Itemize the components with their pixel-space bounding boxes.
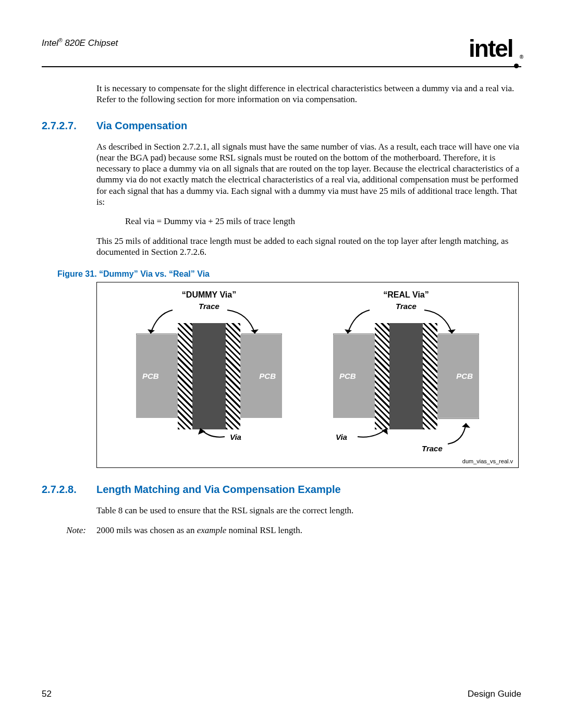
pcb-label: PCB — [142, 372, 159, 380]
real-trace-label: Trace — [315, 302, 497, 311]
note-row: Note: 2000 mils was chosen as an example… — [57, 525, 521, 536]
arrow-icon — [445, 421, 471, 449]
via-core — [178, 323, 240, 429]
section-2727-p1: As described in Section 2.7.2.1, all sig… — [96, 141, 521, 208]
formula-real-via: Real via = Dummy via + 25 mils of trace … — [125, 216, 521, 227]
via-label: Via — [336, 433, 347, 441]
figure-source-tag: dum_vias_vs_real.v — [462, 458, 513, 464]
dummy-trace-label: Trace — [118, 302, 300, 311]
dummy-via-title: “DUMMY Via” — [118, 290, 300, 300]
svg-marker-4 — [448, 329, 456, 334]
page-header: Intel® 820E Chipset intel® — [42, 36, 521, 63]
via-label: Via — [230, 433, 241, 441]
intro-paragraph: It is necessary to compensate for the sl… — [96, 83, 521, 105]
footer-doc-type: Design Guide — [468, 689, 521, 699]
header-rule — [42, 66, 521, 67]
pcb-label: PCB — [339, 372, 356, 380]
pcb-cross-section: PCB PCB — [136, 335, 282, 418]
note-label: Note: — [57, 525, 86, 536]
pcb-label: PCB — [456, 372, 473, 380]
trace-label-bottom: Trace — [422, 444, 443, 453]
svg-marker-2 — [198, 428, 205, 435]
arrow-icon — [196, 427, 227, 445]
title-suffix: 820E Chipset — [63, 38, 118, 48]
svg-marker-1 — [251, 329, 259, 334]
svg-marker-3 — [345, 329, 352, 334]
document-title: Intel® 820E Chipset — [42, 36, 118, 48]
svg-marker-6 — [462, 423, 470, 428]
pcb-cross-section: PCB PCB — [333, 335, 479, 418]
heading-2-7-2-7: 2.7.2.7. Via Compensation — [42, 120, 521, 132]
heading-number: 2.7.2.7. — [42, 120, 81, 132]
logo-text: intel — [469, 35, 513, 62]
title-prefix: Intel — [42, 38, 58, 48]
heading-title: Via Compensation — [96, 120, 187, 132]
intel-logo: intel® — [469, 36, 521, 63]
page-footer: 52 Design Guide — [42, 689, 521, 699]
real-via-title: “REAL Via” — [315, 290, 497, 300]
section-2727-p2: This 25 mils of additional trace length … — [96, 236, 521, 258]
arrow-icon — [357, 427, 393, 445]
figure-31: “DUMMY Via” Trace PCB PCB — [96, 282, 519, 468]
dummy-via-diagram: “DUMMY Via” Trace PCB PCB — [118, 288, 300, 462]
section-2728-p1: Table 8 can be used to ensure that the R… — [96, 505, 521, 516]
svg-marker-0 — [148, 329, 155, 334]
figure-31-caption: Figure 31. “Dummy” Via vs. “Real” Via — [57, 269, 521, 279]
heading-title: Length Matching and Via Compensation Exa… — [96, 484, 341, 496]
note-text: 2000 mils was chosen as an example nomin… — [96, 525, 302, 536]
heading-2-7-2-8: 2.7.2.8. Length Matching and Via Compens… — [42, 484, 521, 496]
real-via-diagram: “REAL Via” Trace PCB PCB — [315, 288, 497, 462]
pcb-label: PCB — [259, 372, 276, 380]
page-number: 52 — [42, 689, 52, 699]
heading-number: 2.7.2.8. — [42, 484, 81, 496]
via-core — [375, 323, 437, 429]
